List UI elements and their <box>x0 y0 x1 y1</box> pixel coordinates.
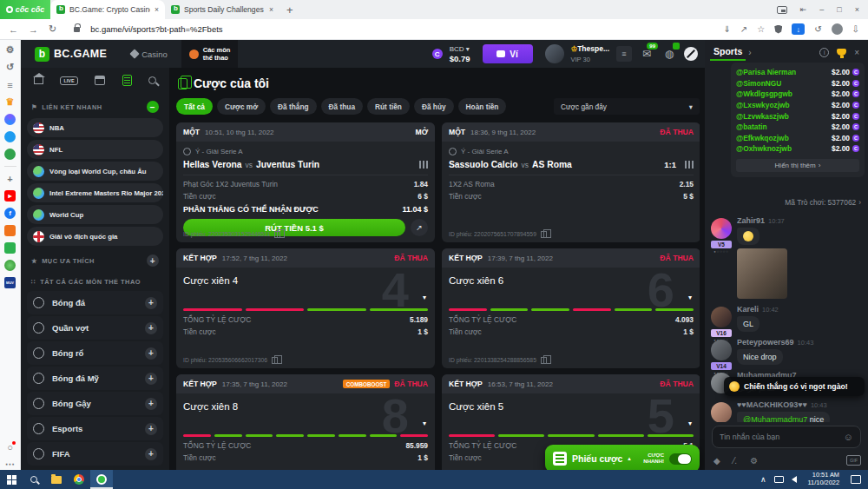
betslip-widget[interactable]: Phiếu cược ▴ CƯỢCNHANH! <box>545 445 700 470</box>
coin-drop-icon[interactable]: ◆ <box>713 456 720 466</box>
sport-category-item[interactable]: Esports + <box>27 417 163 440</box>
chat-username[interactable]: Peteypowers69 <box>737 338 794 347</box>
bcgame-logo-icon[interactable]: b <box>35 47 49 62</box>
coccoc-brand[interactable]: cốc cốc <box>0 0 50 19</box>
action-center-icon[interactable] <box>851 475 861 484</box>
quick-link-item[interactable]: World Cup <box>27 205 163 224</box>
sport-category-item[interactable]: Quần vợt + <box>27 316 163 340</box>
expand-combo-icon[interactable]: ▾ <box>688 420 692 427</box>
quick-link-item[interactable]: NFL <box>27 140 163 159</box>
expand-sport-button[interactable]: + <box>145 423 157 435</box>
my-bets-icon[interactable] <box>122 75 132 86</box>
user-meta[interactable]: ♔Thespe...VIP 30 <box>571 43 609 64</box>
copy-icon[interactable] <box>541 357 547 364</box>
bcd-coin-icon[interactable]: C <box>432 49 443 59</box>
notifications-bell-icon[interactable]: ○ <box>4 441 16 453</box>
stats-icon[interactable] <box>419 161 428 169</box>
chat-username[interactable]: ♥♥MACKHIKO93♥♥ <box>737 400 807 409</box>
chrome-icon[interactable] <box>68 470 90 489</box>
wallet-button[interactable]: Ví <box>483 44 533 63</box>
user-avatar[interactable] <box>545 44 564 63</box>
more-icon[interactable]: ⋯ <box>4 459 16 470</box>
filter-pill[interactable]: Đã thắng <box>270 98 317 115</box>
chat-toggle-icon[interactable] <box>684 47 698 61</box>
share-bet-icon[interactable]: ↗ <box>411 219 428 236</box>
new-tab-button[interactable]: + <box>286 3 293 17</box>
copy-icon[interactable] <box>272 357 278 364</box>
chat-gif[interactable] <box>737 248 787 299</box>
expand-sport-button[interactable]: + <box>145 322 157 334</box>
expand-combo-icon[interactable]: ▾ <box>423 294 426 301</box>
reload-button[interactable]: ↻ <box>49 23 56 35</box>
gif-icon[interactable]: GIF <box>846 455 861 466</box>
back-button[interactable]: ← <box>9 24 18 35</box>
quick-link-item[interactable]: Intel Extreme Masters Rio Major 2022 <box>27 183 163 202</box>
chat-avatar[interactable] <box>711 402 732 422</box>
quick-link-item[interactable]: NBA <box>27 118 163 137</box>
maximize-button[interactable]: □ <box>837 5 841 14</box>
winner-name[interactable]: @batatin <box>736 122 767 131</box>
url-text[interactable]: bc.game/vi/sports?bt-path=%2Fbets <box>90 24 713 34</box>
winner-name[interactable]: @Lxswkyozjwb <box>736 101 790 109</box>
bookmark-star-icon[interactable]: ☆ <box>757 24 765 34</box>
chat-username[interactable]: Kareli <box>737 305 759 314</box>
expand-sport-button[interactable]: + <box>145 448 157 460</box>
pip-icon[interactable] <box>777 6 787 14</box>
muv-icon[interactable]: MUV <box>4 277 16 288</box>
tab-search-icon[interactable]: ⇤ <box>800 5 807 14</box>
winner-name[interactable]: @SimonNGU <box>736 79 781 88</box>
chat-username[interactable]: Zahir91 <box>737 216 765 225</box>
home-icon[interactable] <box>34 77 43 84</box>
download-active-icon[interactable]: ↓ <box>792 23 805 35</box>
match-row[interactable]: Sassuolo Calcio vs AS Roma 1:1 <box>449 160 694 175</box>
profile-avatar[interactable] <box>832 23 843 35</box>
currency-selector[interactable]: BCD ▾$0.79 <box>450 43 470 63</box>
collapse-quick-links-button[interactable]: − <box>147 101 159 113</box>
history-icon[interactable]: ↺ <box>4 62 16 73</box>
taskbar-search-icon[interactable] <box>23 470 45 489</box>
close-button[interactable]: × <box>855 5 859 14</box>
filter-pill[interactable]: Tất cả <box>176 98 213 115</box>
search-icon[interactable] <box>148 76 156 84</box>
quick-link-item[interactable]: Giải vô địch quốc gia <box>27 227 163 246</box>
filter-pill[interactable]: Đã hủy <box>414 98 454 115</box>
share-icon[interactable]: ↗ <box>740 24 747 34</box>
stats-icon[interactable] <box>685 161 694 169</box>
bcgame-logo-text[interactable]: BC.GAME <box>54 48 107 60</box>
chat-settings-icon[interactable]: ⚙ <box>750 456 758 466</box>
filter-pill[interactable]: Cược mở <box>217 98 266 115</box>
close-chat-icon[interactable]: × <box>854 48 859 57</box>
winner-name[interactable]: @Efkwkqozjwb <box>736 134 789 142</box>
forward-button[interactable]: → <box>29 24 38 35</box>
leaf-icon[interactable] <box>4 260 16 271</box>
sport-category-item[interactable]: Bóng Gậy + <box>27 392 163 415</box>
expand-sport-button[interactable]: + <box>145 398 157 410</box>
downloads-icon[interactable]: ⇩ <box>852 24 859 34</box>
notifications-icon[interactable]: ◍ <box>661 48 677 60</box>
expand-combo-icon[interactable]: ▾ <box>423 420 426 427</box>
file-explorer-icon[interactable] <box>45 470 68 489</box>
chat-avatar[interactable] <box>711 307 732 327</box>
tray-expand-icon[interactable]: ∧ <box>760 475 766 484</box>
settings-gear-icon[interactable]: ⚙ <box>4 44 16 56</box>
minimize-button[interactable]: – <box>819 5 824 14</box>
winner-name[interactable]: @Parisa Nierman <box>736 68 796 76</box>
messages-icon[interactable]: ✉99 <box>639 48 654 60</box>
crown-icon[interactable]: ♛ <box>4 96 16 108</box>
twitter-icon[interactable] <box>4 131 16 142</box>
tab-close-icon[interactable]: × <box>269 5 273 14</box>
game-code-link[interactable]: Mã Trò chơi: 5377062› <box>785 198 861 207</box>
filter-pill[interactable]: Rút tiền <box>367 98 410 115</box>
expand-sport-button[interactable]: + <box>145 347 157 360</box>
vip-progress-icon[interactable]: ≡ <box>616 46 632 62</box>
info-icon[interactable]: i <box>819 48 829 57</box>
winner-name[interactable]: @Oxhwknozjwb <box>736 144 792 153</box>
copy-icon[interactable] <box>274 231 280 238</box>
chat-input[interactable] <box>720 433 844 441</box>
nav-casino[interactable]: Casino <box>131 50 168 59</box>
volume-icon[interactable] <box>792 476 797 483</box>
trophy-icon[interactable] <box>837 49 846 56</box>
winner-name[interactable]: @Wkdlgsgpgwb <box>736 89 792 98</box>
sport-category-item[interactable]: FIFA + <box>27 442 163 466</box>
filter-pill[interactable]: Hoàn tiền <box>458 98 507 115</box>
